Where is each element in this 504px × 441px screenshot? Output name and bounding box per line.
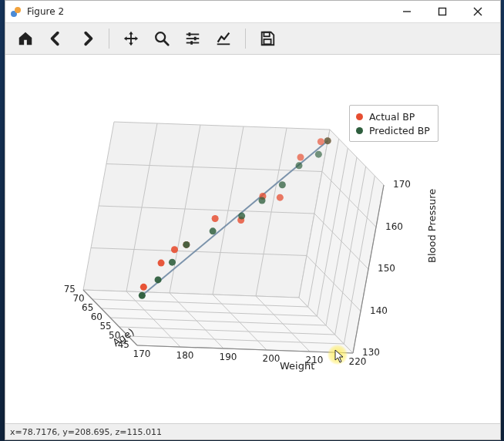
svg-point-79 bbox=[315, 151, 322, 158]
minimize-button[interactable] bbox=[389, 1, 425, 22]
tick-label: 150 bbox=[378, 263, 395, 274]
tick-label: 140 bbox=[370, 305, 388, 316]
legend-item-predicted: Predicted BP bbox=[356, 123, 430, 137]
arrow-right-icon bbox=[79, 30, 96, 47]
home-button[interactable] bbox=[10, 25, 41, 52]
save-button[interactable] bbox=[252, 25, 283, 52]
move-icon bbox=[123, 30, 139, 47]
svg-point-77 bbox=[279, 181, 286, 188]
tick-label: 220 bbox=[349, 356, 367, 367]
svg-point-66 bbox=[277, 194, 284, 201]
legend: Actual BP Predicted BP bbox=[349, 105, 438, 142]
configure-button[interactable] bbox=[177, 25, 208, 52]
tick-label: 55 bbox=[99, 321, 111, 332]
svg-point-61 bbox=[171, 246, 178, 253]
legend-dot-actual bbox=[356, 113, 363, 120]
svg-point-63 bbox=[212, 215, 219, 222]
svg-point-60 bbox=[158, 260, 165, 267]
save-icon bbox=[259, 30, 276, 47]
z-axis-label: Blood Pressure bbox=[426, 189, 438, 263]
svg-point-75 bbox=[238, 213, 245, 220]
toolbar-separator bbox=[245, 29, 246, 49]
zoom-icon bbox=[153, 30, 170, 47]
plot-canvas[interactable]: Actual BP Predicted BP 45505560657075170… bbox=[5, 55, 500, 424]
tick-label: 170 bbox=[133, 348, 151, 359]
svg-rect-9 bbox=[189, 32, 191, 36]
svg-rect-13 bbox=[190, 41, 193, 45]
svg-rect-11 bbox=[194, 37, 197, 41]
tick-label: 200 bbox=[263, 353, 281, 364]
edit-button[interactable] bbox=[208, 25, 239, 52]
pan-button[interactable] bbox=[116, 25, 146, 52]
chart-line-icon bbox=[215, 30, 232, 47]
svg-point-74 bbox=[210, 227, 217, 234]
zoom-button[interactable] bbox=[146, 25, 177, 52]
svg-point-78 bbox=[296, 162, 303, 169]
status-coords: x=78.7176, y=208.695, z=115.011 bbox=[10, 427, 162, 437]
sliders-icon bbox=[184, 30, 201, 47]
svg-point-59 bbox=[140, 284, 147, 291]
y-axis-label: Weight bbox=[280, 360, 314, 372]
back-button[interactable] bbox=[41, 25, 72, 52]
svg-point-73 bbox=[183, 241, 190, 248]
toolbar-separator bbox=[109, 29, 109, 49]
tick-label: 160 bbox=[385, 221, 403, 232]
svg-point-68 bbox=[318, 138, 324, 145]
forward-button[interactable] bbox=[72, 25, 102, 52]
legend-label-actual: Actual BP bbox=[369, 111, 415, 123]
tick-label: 65 bbox=[82, 302, 93, 313]
legend-label-predicted: Predicted BP bbox=[369, 125, 430, 136]
statusbar: x=78.7176, y=208.695, z=115.011 bbox=[5, 423, 500, 439]
tick-label: 190 bbox=[220, 352, 237, 362]
tick-label: 170 bbox=[393, 179, 411, 190]
svg-point-70 bbox=[139, 292, 146, 299]
cursor-icon bbox=[334, 349, 345, 363]
tick-label: 60 bbox=[91, 311, 102, 322]
svg-point-1 bbox=[15, 7, 21, 13]
tick-label: 130 bbox=[362, 347, 380, 358]
home-icon bbox=[17, 30, 34, 47]
svg-line-7 bbox=[164, 41, 169, 45]
figure-window: Figure 2 bbox=[5, 0, 501, 440]
legend-item-actual: Actual BP bbox=[356, 109, 430, 123]
tick-label: 180 bbox=[176, 350, 194, 361]
window-title: Figure 2 bbox=[27, 6, 389, 17]
svg-point-67 bbox=[297, 153, 304, 160]
arrow-left-icon bbox=[48, 30, 65, 47]
svg-rect-3 bbox=[439, 8, 446, 15]
svg-point-80 bbox=[324, 137, 331, 144]
app-icon bbox=[10, 5, 22, 18]
titlebar[interactable]: Figure 2 bbox=[5, 1, 500, 22]
toolbar bbox=[5, 22, 500, 55]
svg-point-76 bbox=[259, 197, 266, 204]
tick-label: 70 bbox=[72, 293, 84, 304]
svg-point-71 bbox=[155, 276, 162, 283]
close-button[interactable] bbox=[460, 1, 496, 22]
svg-rect-15 bbox=[264, 39, 270, 44]
svg-point-72 bbox=[169, 259, 176, 266]
tick-label: 75 bbox=[64, 284, 76, 295]
legend-dot-predicted bbox=[356, 127, 363, 134]
maximize-button[interactable] bbox=[425, 1, 460, 22]
svg-rect-14 bbox=[264, 32, 269, 37]
